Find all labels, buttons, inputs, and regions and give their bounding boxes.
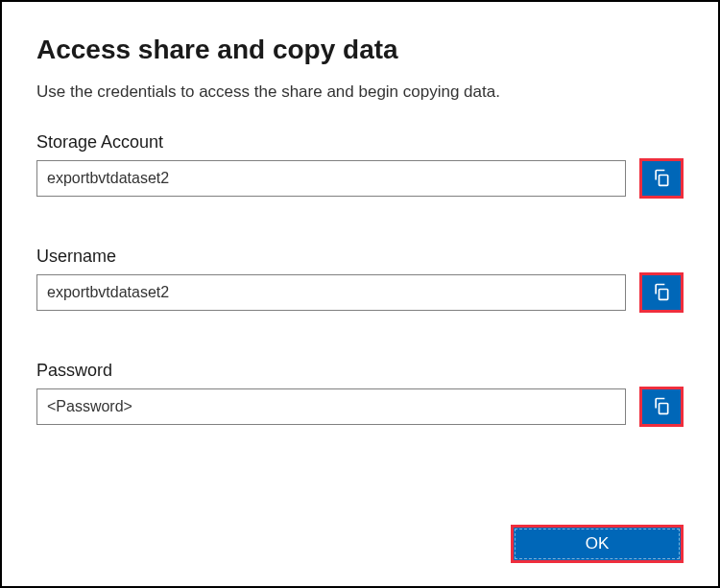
- access-share-dialog: Access share and copy data Use the crede…: [0, 0, 720, 588]
- storage-account-label: Storage Account: [36, 132, 684, 153]
- username-row: [36, 272, 684, 313]
- svg-rect-0: [660, 175, 668, 185]
- copy-icon: [652, 282, 671, 304]
- svg-rect-1: [660, 289, 668, 299]
- username-group: Username: [36, 247, 684, 313]
- password-label: Password: [36, 361, 684, 381]
- dialog-subtitle: Use the credentials to access the share …: [36, 82, 684, 102]
- copy-icon: [652, 168, 671, 190]
- copy-username-button[interactable]: [639, 272, 684, 313]
- ok-button[interactable]: OK: [511, 525, 684, 563]
- storage-account-input[interactable]: [36, 160, 626, 197]
- dialog-title: Access share and copy data: [36, 35, 684, 65]
- copy-storage-account-button[interactable]: [639, 158, 684, 199]
- svg-rect-2: [660, 403, 668, 413]
- username-input[interactable]: [36, 274, 626, 311]
- storage-account-row: [36, 158, 684, 199]
- storage-account-group: Storage Account: [36, 132, 684, 199]
- password-row: [36, 387, 684, 427]
- username-label: Username: [36, 247, 684, 267]
- copy-icon: [652, 396, 671, 418]
- password-input[interactable]: [36, 388, 626, 425]
- copy-password-button[interactable]: [639, 387, 684, 427]
- password-group: Password: [36, 361, 684, 427]
